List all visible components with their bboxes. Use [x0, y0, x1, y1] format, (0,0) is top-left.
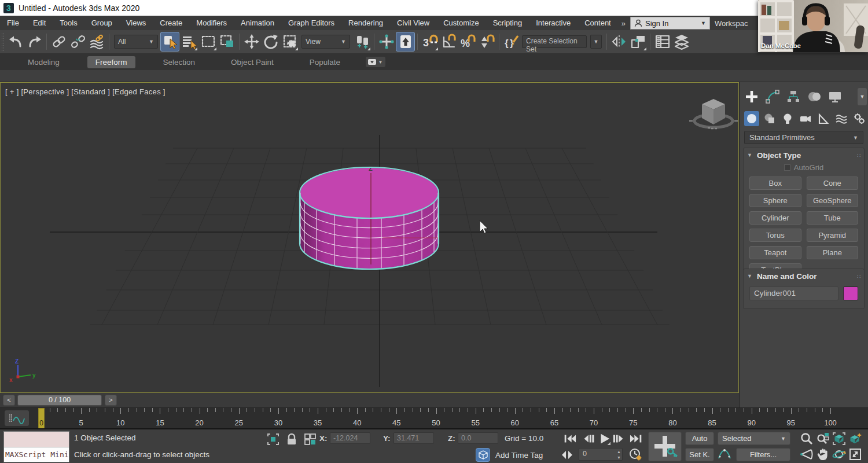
menu-file[interactable]: File	[0, 16, 26, 30]
pan-view-button[interactable]	[816, 447, 830, 461]
selection-filter-dropdown[interactable]: All ▼	[114, 35, 158, 49]
category-lights[interactable]	[780, 111, 795, 126]
menu-tools[interactable]: Tools	[53, 16, 84, 30]
category-space-warps[interactable]	[834, 111, 849, 126]
set-key-button[interactable]: Set K.	[685, 448, 714, 461]
tab-create[interactable]	[744, 89, 759, 104]
ribbon-tab-modeling[interactable]: Modeling	[20, 56, 68, 68]
z-coordinate-field[interactable]: 0.0	[458, 432, 498, 444]
mirror-button[interactable]	[609, 32, 628, 52]
go-to-end-button[interactable]	[630, 432, 643, 446]
object-type-pyramid[interactable]: Pyramid	[807, 229, 859, 242]
menu-scripting[interactable]: Scripting	[486, 16, 529, 30]
angle-snap-toggle[interactable]	[439, 32, 458, 52]
next-frame-button[interactable]	[612, 432, 626, 446]
select-and-link-button[interactable]	[49, 32, 68, 52]
object-color-swatch[interactable]	[843, 286, 858, 300]
panel-tabs-overflow-button[interactable]: ▼	[858, 88, 867, 105]
percent-snap-toggle[interactable]: %	[458, 32, 477, 52]
menu-views[interactable]: Views	[119, 16, 153, 30]
category-shapes[interactable]	[762, 111, 777, 126]
menu-modifiers[interactable]: Modifiers	[189, 16, 234, 30]
ribbon-options-button[interactable]: ▼	[366, 57, 385, 67]
auto-key-button[interactable]: Auto	[685, 432, 714, 445]
workspace-label[interactable]: Workspac	[710, 19, 748, 28]
ribbon-tab-object-paint[interactable]: Object Paint	[223, 56, 282, 68]
manage-layers-button[interactable]	[672, 32, 691, 52]
rectangular-selection-region-button[interactable]	[198, 32, 218, 52]
select-and-manipulate-button[interactable]	[377, 32, 396, 52]
menu-customize[interactable]: Customize	[436, 16, 486, 30]
menu-edit[interactable]: Edit	[26, 16, 53, 30]
toggle-scene-explorer-button[interactable]	[653, 32, 672, 52]
object-type-torus[interactable]: Torus	[749, 229, 801, 242]
category-cameras[interactable]	[798, 111, 813, 126]
ribbon-tab-selection[interactable]: Selection	[155, 56, 204, 68]
menu-animation[interactable]: Animation	[234, 16, 281, 30]
tab-display[interactable]	[827, 89, 843, 104]
select-and-scale-button[interactable]	[280, 32, 299, 52]
time-slider[interactable]: 0 / 100	[17, 395, 102, 406]
menu-overflow-chevron[interactable]: »	[618, 19, 629, 28]
primitive-category-dropdown[interactable]: Standard Primitives ▼	[744, 131, 863, 144]
reference-coordinate-system-dropdown[interactable]: View ▼	[301, 35, 350, 49]
menu-graph-editors[interactable]: Graph Editors	[281, 16, 341, 30]
menu-interactive[interactable]: Interactive	[529, 16, 578, 30]
absolute-offset-mode-toggle[interactable]	[303, 432, 317, 446]
menu-civil-view[interactable]: Civil View	[390, 16, 436, 30]
object-type-teapot[interactable]: Teapot	[749, 246, 801, 259]
name-and-color-rollout-header[interactable]: ▼ Name and Color ∷	[744, 269, 864, 283]
maxscript-listener-pane[interactable]: MAXScript Mini	[4, 447, 69, 462]
mini-curve-editor-button[interactable]	[5, 410, 29, 426]
object-type-rollout-header[interactable]: ▼ Object Type ∷	[744, 148, 864, 162]
add-time-tag-icon-button[interactable]	[476, 448, 490, 462]
object-type-box[interactable]: Box	[749, 177, 801, 190]
object-type-cylinder[interactable]: Cylinder	[749, 211, 801, 225]
ribbon-tab-populate[interactable]: Populate	[301, 56, 348, 68]
tab-motion[interactable]	[807, 89, 822, 104]
object-name-field[interactable]: Cylinder001	[749, 286, 838, 300]
perspective-viewport[interactable]: Z Z y x [ +	[0, 82, 739, 393]
y-coordinate-field[interactable]: 31.471	[393, 432, 434, 444]
key-filter-selection-dropdown[interactable]: Selected ▼	[718, 432, 790, 445]
time-slider-marker[interactable]: 0	[38, 408, 45, 429]
previous-frame-slider-button[interactable]: <	[3, 395, 15, 406]
tab-hierarchy[interactable]	[786, 89, 801, 104]
field-of-view-button[interactable]	[800, 447, 814, 461]
object-type-geosphere[interactable]: GeoSphere	[807, 194, 859, 207]
selection-lock-toggle[interactable]	[285, 432, 299, 446]
add-time-tag-label[interactable]: Add Time Tag	[495, 451, 543, 460]
menu-create[interactable]: Create	[153, 16, 189, 30]
object-type-tube[interactable]: Tube	[807, 211, 859, 225]
object-type-cone[interactable]: Cone	[807, 177, 859, 190]
select-by-name-button[interactable]	[179, 32, 198, 52]
unlink-selection-button[interactable]	[68, 32, 87, 52]
default-in-out-tangents-button[interactable]	[718, 447, 731, 461]
go-to-start-button[interactable]	[562, 432, 576, 446]
bind-to-space-warp-button[interactable]	[87, 32, 106, 52]
timeline-ruler[interactable]: 0510152025303540455055606570758085909510…	[0, 408, 868, 429]
isolate-selection-toggle[interactable]	[266, 432, 280, 446]
next-frame-slider-button[interactable]: >	[105, 395, 117, 406]
set-keys-button[interactable]	[648, 432, 682, 461]
snaps-toggle-3d[interactable]: 3	[420, 32, 439, 52]
maxscript-mini-listener[interactable]: MAXScript Mini	[3, 431, 69, 462]
menu-rendering[interactable]: Rendering	[341, 16, 390, 30]
menu-group[interactable]: Group	[84, 16, 119, 30]
zoom-all-button[interactable]	[816, 432, 830, 446]
ribbon-tab-freeform[interactable]: Freeform	[87, 56, 135, 68]
category-geometry[interactable]	[744, 111, 759, 126]
previous-frame-button[interactable]	[581, 432, 595, 446]
select-object-button[interactable]	[160, 32, 179, 52]
toolbar-grip[interactable]	[1, 32, 5, 51]
play-animation-button[interactable]	[597, 432, 611, 446]
named-selection-set-field[interactable]: Create Selection Set	[522, 35, 587, 48]
viewcube[interactable]	[689, 99, 738, 128]
use-pivot-point-center-button[interactable]	[352, 32, 372, 52]
frame-spinner-down[interactable]: ▼	[617, 455, 621, 460]
orbit-button[interactable]	[832, 447, 846, 461]
key-filters-button[interactable]: Filters...	[736, 448, 790, 461]
x-coordinate-field[interactable]: -12.024	[330, 432, 370, 444]
time-configuration-button[interactable]	[628, 447, 642, 461]
maximize-viewport-toggle[interactable]	[848, 447, 862, 461]
